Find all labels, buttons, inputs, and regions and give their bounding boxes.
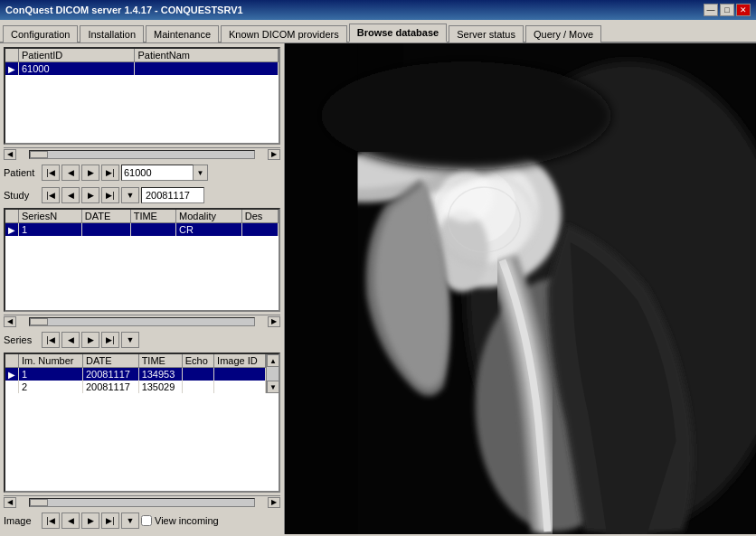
image-next-btn[interactable]: ▶	[81, 512, 99, 529]
image-scroll-track[interactable]	[29, 498, 255, 507]
image-time-cell: 134953	[138, 368, 182, 381]
series-scroll-track[interactable]	[29, 317, 255, 326]
table-row[interactable]: ▶ 1 CR	[5, 223, 279, 237]
study-next-btn[interactable]: ▶	[81, 187, 99, 203]
study-dropdown-btn[interactable]: ▼	[121, 187, 139, 203]
series-scroll-right-btn[interactable]: ▶	[268, 316, 280, 327]
series-scroll-left-btn[interactable]: ◀	[4, 316, 16, 327]
tab-configuration[interactable]: Configuration	[3, 25, 78, 42]
series-first-btn[interactable]: |◀	[42, 332, 60, 348]
patient-table-container: PatientID PatientNam ▶ 61000	[4, 47, 280, 145]
series-col-num: SeriesN	[19, 210, 82, 223]
series-last-btn[interactable]: ▶|	[101, 332, 119, 348]
series-time-cell	[130, 223, 175, 237]
minimize-button[interactable]: —	[704, 4, 718, 16]
series-col-modality: Modality	[176, 210, 242, 223]
table-row[interactable]: ▶ 61000	[5, 62, 279, 76]
table-row[interactable]: 2 20081117 135029	[5, 381, 266, 393]
row-indicator: ▶	[5, 223, 19, 237]
study-nav-bar: Study |◀ ◀ ▶ ▶| ▼ 20081117	[4, 185, 280, 205]
image-num-cell: 2	[19, 381, 83, 393]
series-next-btn[interactable]: ▶	[81, 332, 99, 348]
tab-installation[interactable]: Installation	[80, 25, 144, 42]
image-scroll-left-btn[interactable]: ◀	[4, 497, 16, 508]
scroll-track[interactable]	[29, 150, 255, 159]
row-indicator: ▶	[5, 368, 19, 381]
image-col-num: Im. Number	[19, 354, 83, 368]
image-col-indicator	[5, 354, 19, 368]
image-num-cell: 1	[19, 368, 83, 381]
title-bar: ConQuest DICOM server 1.4.17 - CONQUESTS…	[0, 0, 756, 20]
tab-browse-database[interactable]: Browse database	[349, 24, 447, 42]
image-echo-cell	[182, 368, 213, 381]
image-id-cell	[214, 381, 266, 393]
series-nav-label: Series	[4, 334, 40, 345]
patient-dropdown-btn[interactable]: ▼	[194, 165, 208, 181]
image-nav-bar: Image |◀ ◀ ▶ ▶| ▼ View incoming	[4, 511, 280, 531]
tab-server-status[interactable]: Server status	[449, 25, 524, 42]
series-num-cell: 1	[19, 223, 82, 237]
image-date-cell: 20081117	[83, 381, 139, 393]
image-scroll-area: ◀ ▶	[4, 495, 280, 508]
image-scroll-right-btn[interactable]: ▶	[268, 497, 280, 508]
study-nav-label: Study	[4, 190, 40, 201]
image-col-time: TIME	[138, 354, 182, 368]
svg-point-12	[439, 172, 494, 222]
series-scroll-thumb	[30, 318, 48, 325]
image-scroll-up-btn[interactable]: ▲	[267, 354, 279, 367]
image-nav-label: Image	[4, 515, 40, 526]
svg-point-11	[322, 61, 611, 170]
image-col-date: DATE	[83, 354, 139, 368]
study-last-btn[interactable]: ▶|	[101, 187, 119, 203]
scroll-thumb	[30, 151, 48, 158]
series-prev-btn[interactable]: ◀	[61, 332, 80, 348]
study-prev-btn[interactable]: ◀	[61, 187, 80, 203]
image-table-container: Im. Number DATE TIME Echo Image ID ▶ 1	[4, 353, 280, 493]
left-panel: PatientID PatientNam ▶ 61000 ◀ ▶	[0, 43, 285, 534]
image-table-vscroll: ▲ ▼	[266, 354, 279, 393]
patient-name-cell	[135, 62, 279, 76]
table-row[interactable]: ▶ 1 20081117 134953	[5, 368, 266, 381]
patient-prev-btn[interactable]: ◀	[61, 165, 80, 181]
patient-input[interactable]	[121, 165, 194, 181]
series-dropdown-btn[interactable]: ▼	[121, 332, 139, 348]
series-table: SeriesN DATE TIME Modality Des ▶ 1 CR	[5, 210, 279, 236]
image-time-cell: 135029	[138, 381, 182, 393]
scroll-right-btn[interactable]: ▶	[268, 149, 280, 160]
image-scroll-track-v[interactable]	[267, 367, 279, 381]
view-incoming-checkbox[interactable]	[141, 515, 152, 526]
tab-maintenance[interactable]: Maintenance	[146, 25, 219, 42]
patient-col-indicator	[5, 49, 19, 62]
patient-dropdown: ▼	[121, 165, 208, 181]
image-dropdown-btn[interactable]: ▼	[121, 512, 139, 529]
tab-bar: Configuration Installation Maintenance K…	[0, 20, 756, 43]
image-table-scroll-wrapper: Im. Number DATE TIME Echo Image ID ▶ 1	[5, 354, 279, 393]
study-first-btn[interactable]: |◀	[42, 187, 60, 203]
patient-scroll-area: ◀ ▶	[4, 147, 280, 160]
image-scroll-thumb	[30, 499, 48, 506]
window-title: ConQuest DICOM server 1.4.17 - CONQUESTS…	[5, 5, 243, 15]
patient-next-btn[interactable]: ▶	[81, 165, 99, 181]
patient-last-btn[interactable]: ▶|	[101, 165, 119, 181]
patient-nav-bar: Patient |◀ ◀ ▶ ▶| ▼	[4, 163, 280, 183]
series-col-time: TIME	[130, 210, 175, 223]
image-prev-btn[interactable]: ◀	[61, 512, 80, 529]
maximize-button[interactable]: □	[720, 4, 734, 16]
image-scroll-down-btn[interactable]: ▼	[267, 381, 279, 393]
scroll-left-btn[interactable]: ◀	[4, 149, 16, 160]
study-value: 20081117	[141, 187, 204, 203]
image-id-cell	[214, 368, 266, 381]
xray-image	[285, 43, 756, 534]
image-last-btn[interactable]: ▶|	[101, 512, 119, 529]
row-indicator	[5, 381, 19, 393]
close-button[interactable]: ✕	[736, 4, 751, 16]
image-table: Im. Number DATE TIME Echo Image ID ▶ 1	[5, 354, 266, 393]
image-first-btn[interactable]: |◀	[42, 512, 60, 529]
patient-col-id: PatientID	[19, 49, 135, 62]
patient-first-btn[interactable]: |◀	[42, 165, 60, 181]
tab-query-move[interactable]: Query / Move	[525, 25, 601, 42]
main-content: PatientID PatientNam ▶ 61000 ◀ ▶	[0, 43, 756, 534]
series-nav-bar: Series |◀ ◀ ▶ ▶| ▼	[4, 330, 280, 350]
tab-known-dicom[interactable]: Known DICOM providers	[221, 25, 347, 42]
xray-panel	[285, 43, 756, 534]
